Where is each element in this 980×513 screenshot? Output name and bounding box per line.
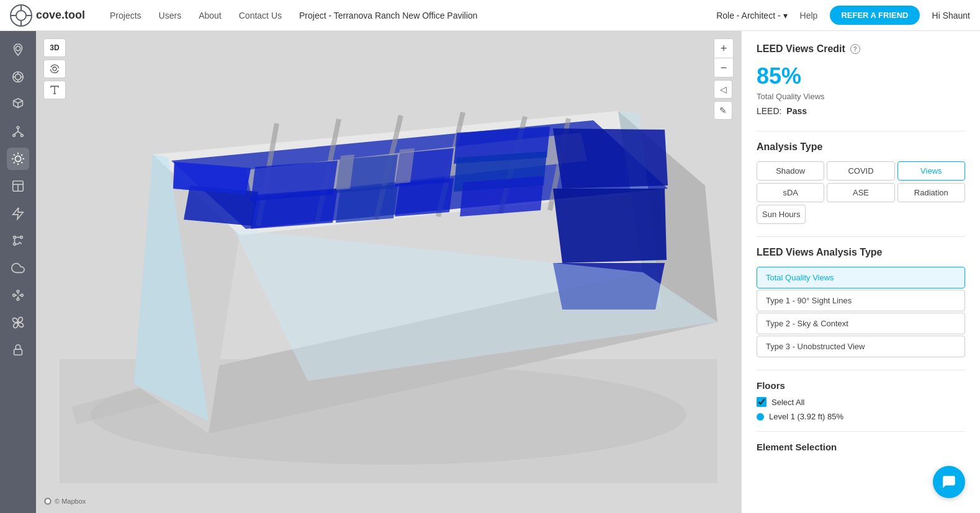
sidebar-lock-icon[interactable] bbox=[7, 339, 29, 361]
sidebar-layout-icon[interactable] bbox=[7, 175, 29, 197]
sidebar-cube-icon[interactable] bbox=[7, 93, 29, 115]
logo-text: cove.tool bbox=[36, 9, 85, 22]
svg-point-22 bbox=[15, 156, 20, 161]
sidebar-layers-icon[interactable] bbox=[7, 66, 29, 88]
analysis-type-row1: Shadow COVID Views bbox=[757, 161, 965, 181]
chevron-down-icon: ▾ bbox=[783, 11, 788, 20]
svg-line-20 bbox=[14, 132, 18, 135]
svg-line-15 bbox=[18, 101, 22, 104]
leed-credit-section-title: LEED Views Credit ? bbox=[757, 43, 965, 55]
building-3d-view bbox=[36, 31, 741, 513]
svg-point-17 bbox=[13, 135, 16, 137]
leed-views-list: Total Quality Views Type 1 - 90° Sight L… bbox=[757, 267, 965, 357]
analysis-type-title: Analysis Type bbox=[757, 141, 965, 153]
svg-line-26 bbox=[21, 162, 22, 163]
edit-button[interactable]: ✎ bbox=[714, 101, 732, 120]
nav-users[interactable]: Users bbox=[159, 11, 182, 20]
mapbox-watermark: © Mapbox bbox=[43, 497, 86, 506]
analysis-type-row3: Sun Hours bbox=[757, 205, 965, 224]
project-name: Project - Terranova Ranch New Office Pav… bbox=[299, 11, 477, 20]
nav-links: Projects Users About Contact Us Project … bbox=[110, 11, 701, 20]
leed-percentage: 85% bbox=[757, 63, 965, 89]
leed-info-icon[interactable]: ? bbox=[850, 44, 860, 54]
user-greeting: Hi Shaunt bbox=[932, 11, 970, 20]
chat-icon bbox=[941, 474, 957, 490]
sidebar-cloud-icon[interactable] bbox=[7, 257, 29, 279]
analysis-type-row2: sDA ASE Radiation bbox=[757, 183, 965, 202]
nav-projects[interactable]: Projects bbox=[110, 11, 142, 20]
element-selection-title: Element Selection bbox=[757, 442, 965, 452]
svg-point-34 bbox=[14, 236, 16, 239]
zoom-out-button[interactable]: − bbox=[714, 58, 733, 77]
logo[interactable]: cove.tool bbox=[10, 4, 85, 27]
floors-section: Floors Select All Level 1 (3.92 ft) 85% bbox=[757, 380, 965, 421]
camera-view-button[interactable] bbox=[43, 60, 66, 78]
3d-view-button[interactable]: 3D bbox=[43, 38, 66, 57]
sidebar-fan-icon[interactable] bbox=[7, 311, 29, 334]
svg-point-41 bbox=[21, 294, 24, 297]
svg-rect-49 bbox=[14, 349, 22, 355]
analysis-radiation-button[interactable]: Radiation bbox=[897, 183, 965, 202]
svg-point-89 bbox=[46, 499, 50, 504]
sidebar-sun-icon[interactable] bbox=[7, 148, 29, 170]
building-svg bbox=[60, 61, 717, 483]
help-link[interactable]: Help bbox=[800, 11, 818, 20]
leed-view-90-sight[interactable]: Type 1 - 90° Sight Lines bbox=[757, 290, 965, 311]
analysis-views-button[interactable]: Views bbox=[897, 161, 965, 181]
analysis-sda-button[interactable]: sDA bbox=[757, 183, 824, 202]
svg-line-14 bbox=[14, 101, 18, 104]
leed-pass-status: LEED: Pass bbox=[757, 106, 965, 116]
svg-point-18 bbox=[21, 135, 24, 137]
total-quality-label: Total Quality Views bbox=[757, 92, 965, 101]
leed-views-analysis-title: LEED Views Analysis Type bbox=[757, 247, 965, 258]
floors-title: Floors bbox=[757, 380, 965, 391]
leed-view-total-quality[interactable]: Total Quality Views bbox=[757, 267, 965, 288]
divider-4 bbox=[757, 431, 965, 432]
nav-about[interactable]: About bbox=[199, 11, 222, 20]
sidebar-location-icon[interactable] bbox=[7, 38, 29, 61]
svg-point-16 bbox=[17, 127, 19, 129]
text-view-button[interactable] bbox=[43, 81, 66, 99]
svg-line-30 bbox=[21, 154, 22, 156]
logo-icon bbox=[10, 4, 32, 27]
svg-point-50 bbox=[53, 67, 56, 71]
right-panel: LEED Views Credit ? 85% Total Quality Vi… bbox=[741, 31, 980, 513]
sidebar-network2-icon[interactable] bbox=[7, 284, 29, 306]
floor-select-all: Select All bbox=[757, 397, 965, 407]
nav-right: Role - Architect - ▾ Help REFER A FRIEND… bbox=[716, 6, 970, 25]
top-nav: cove.tool Projects Users About Contact U… bbox=[0, 0, 980, 31]
svg-point-7 bbox=[15, 74, 20, 79]
analysis-covid-button[interactable]: COVID bbox=[827, 161, 894, 181]
svg-point-1 bbox=[16, 11, 26, 20]
leed-view-sky-context[interactable]: Type 2 - Sky & Context bbox=[757, 313, 965, 334]
chat-button[interactable] bbox=[933, 466, 965, 498]
svg-point-42 bbox=[17, 290, 19, 293]
analysis-sunhours-button[interactable]: Sun Hours bbox=[757, 205, 806, 224]
refer-button[interactable]: REFER A FRIEND bbox=[830, 6, 919, 25]
map-area[interactable]: 3D + − ◁ ✎ bbox=[36, 31, 741, 513]
left-sidebar bbox=[0, 31, 36, 513]
zoom-in-button[interactable]: + bbox=[714, 39, 733, 58]
analysis-shadow-button[interactable]: Shadow bbox=[757, 161, 824, 181]
svg-line-25 bbox=[14, 154, 15, 156]
nav-contact[interactable]: Contact Us bbox=[239, 11, 282, 20]
sidebar-flow-icon[interactable] bbox=[7, 230, 29, 252]
svg-point-36 bbox=[14, 243, 16, 246]
svg-point-6 bbox=[16, 47, 20, 51]
svg-marker-85 bbox=[553, 189, 667, 263]
select-all-checkbox[interactable] bbox=[757, 397, 766, 407]
floor-level1: Level 1 (3.92 ft) 85% bbox=[757, 412, 965, 421]
compass-button[interactable]: ◁ bbox=[714, 80, 732, 99]
role-dropdown[interactable]: Role - Architect - ▾ bbox=[716, 11, 787, 20]
leed-view-unobstructed[interactable]: Type 3 - Unobstructed View bbox=[757, 336, 965, 357]
map-controls: + − ◁ ✎ bbox=[714, 38, 734, 120]
svg-point-43 bbox=[17, 298, 19, 301]
divider-1 bbox=[757, 131, 965, 132]
sidebar-lightning-icon[interactable] bbox=[7, 202, 29, 225]
analysis-ase-button[interactable]: ASE bbox=[827, 183, 894, 202]
svg-marker-73 bbox=[460, 176, 544, 216]
sidebar-network-icon[interactable] bbox=[7, 120, 29, 143]
svg-marker-79 bbox=[336, 184, 398, 223]
svg-point-40 bbox=[13, 294, 16, 297]
floor-dot bbox=[757, 413, 764, 421]
